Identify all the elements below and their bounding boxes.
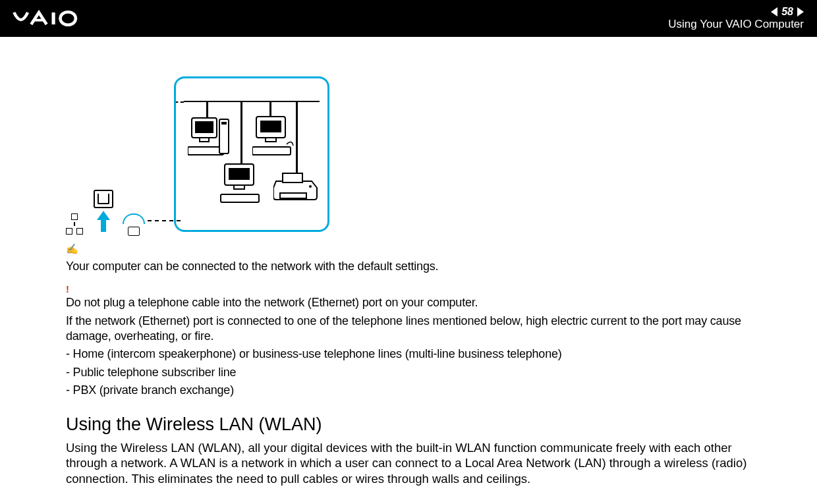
network-diagram	[66, 76, 751, 232]
bullet-item: - Public telephone subscriber line	[66, 365, 751, 380]
warning-line-1: Do not plug a telephone cable into the n…	[66, 295, 751, 310]
svg-point-19	[309, 185, 312, 188]
svg-rect-11	[266, 138, 276, 142]
note-icon: ✍	[66, 243, 78, 254]
up-arrow-icon	[97, 211, 110, 232]
svg-rect-4	[195, 121, 213, 133]
desktop-pc-icon	[219, 163, 263, 204]
desktop-pc-icon	[188, 117, 235, 157]
next-page-icon[interactable]	[797, 7, 804, 16]
bullet-item: - Home (intercom speakerphone) or busine…	[66, 347, 751, 362]
section-paragraph: Using the Wireless LAN (WLAN), all your …	[66, 440, 751, 487]
svg-rect-14	[229, 168, 250, 180]
warning-icon: !	[66, 283, 751, 296]
page-header: 58 Using Your VAIO Computer	[0, 0, 817, 37]
svg-rect-1	[52, 13, 55, 24]
svg-rect-10	[260, 121, 281, 132]
svg-rect-16	[221, 194, 259, 202]
cable-plug-icon	[128, 227, 140, 236]
vaio-logo	[7, 10, 105, 27]
lan-box	[174, 76, 329, 232]
desktop-pc-icon	[252, 115, 295, 156]
svg-point-2	[61, 12, 76, 25]
svg-rect-15	[234, 185, 244, 189]
printer-icon	[273, 171, 320, 202]
prev-page-icon[interactable]	[771, 7, 777, 16]
svg-rect-18	[280, 193, 306, 198]
page-nav: 58	[771, 5, 804, 18]
bullet-item: - PBX (private branch exchange)	[66, 383, 751, 398]
svg-rect-12	[252, 147, 291, 155]
section-heading: Using the Wireless LAN (WLAN)	[66, 413, 751, 436]
chapter-title: Using Your VAIO Computer	[668, 18, 804, 31]
svg-rect-6	[188, 147, 223, 155]
svg-rect-17	[283, 173, 302, 182]
note-text: Your computer can be connected to the ne…	[66, 259, 751, 274]
warning-line-2: If the network (Ethernet) port is connec…	[66, 314, 751, 345]
svg-rect-5	[200, 138, 209, 142]
ethernet-port-icon	[94, 190, 113, 208]
network-hub-icon	[66, 213, 83, 235]
page-number: 58	[781, 5, 793, 18]
svg-rect-8	[221, 122, 227, 125]
